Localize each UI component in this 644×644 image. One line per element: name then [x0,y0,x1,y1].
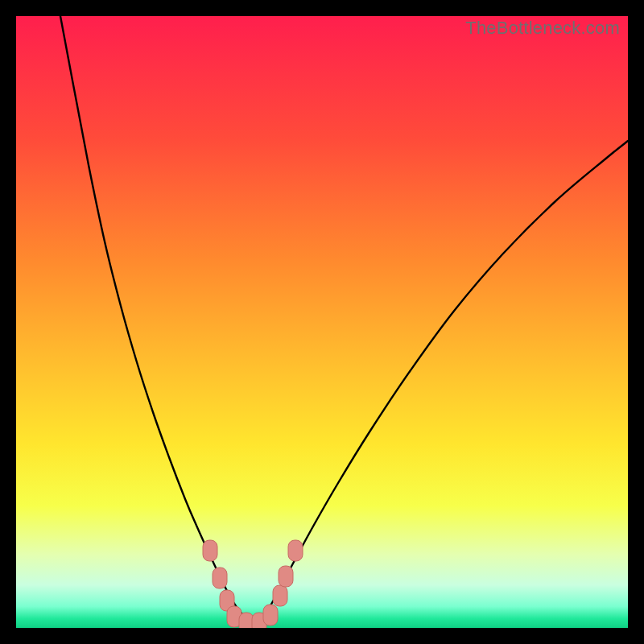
valley-marker [213,568,227,588]
watermark-text: TheBottleneck.com [465,18,620,39]
valley-marker [263,605,278,625]
plot-area: TheBottleneck.com [16,16,628,628]
valley-markers-group [203,540,303,628]
v-curve [60,16,628,622]
valley-marker [288,540,303,561]
valley-marker [239,613,254,628]
outer-frame: TheBottleneck.com [0,0,644,644]
curves-layer [16,16,628,628]
valley-marker [279,566,293,587]
valley-marker [203,540,217,561]
valley-marker [273,585,287,606]
